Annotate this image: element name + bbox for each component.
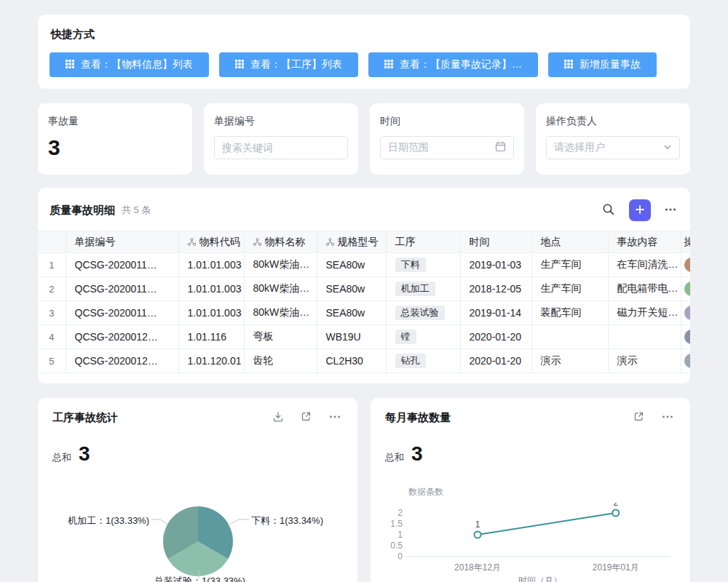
expand-button[interactable] — [632, 410, 646, 426]
date-range-input[interactable]: 日期范围 — [380, 136, 514, 159]
search-button[interactable] — [601, 202, 616, 219]
row-index: 1 — [38, 253, 66, 277]
col-header-operator[interactable]: 操作负责人 — [681, 231, 690, 253]
process-stats-card: 工序事故统计 总和 3 机加工：1(33.33%) 下料：1(33.34%) 总… — [38, 398, 357, 582]
line-chart: 00.511.5212018年12月22019年01月时间（月） — [381, 503, 682, 582]
shortcut-buttons: 查看：【物料信息】列表 查看：【工序】列表 查看：【质量事故记录】… 新增质量事… — [50, 52, 678, 77]
total-label: 总和 — [52, 451, 71, 464]
col-header-process[interactable]: 工序 — [386, 231, 460, 253]
stat-card-accident-count: 事故量 3 — [38, 103, 192, 175]
relation-icon — [253, 236, 261, 248]
date-range-placeholder: 日期范围 — [388, 141, 429, 154]
monthly-count-card: 每月事故数量 总和 3 数据条数 00.511.5212018年12月22019… — [371, 398, 690, 582]
col-header-index — [38, 231, 66, 253]
pie-label-machining: 机加工：1(33.33%) — [68, 514, 149, 527]
expand-button[interactable] — [299, 410, 313, 426]
row-index: 4 — [38, 325, 66, 349]
cell-content: 演示 — [608, 349, 681, 373]
row-index: 5 — [38, 349, 66, 373]
search-icon — [602, 203, 614, 218]
table-row[interactable]: 5 QCSG-2020012… 1.01.120.01 齿轮 CL2H30 钻孔… — [38, 349, 690, 373]
cell-operator — [681, 349, 690, 373]
cell-place: 演示 — [531, 349, 608, 373]
download-icon — [272, 411, 284, 425]
cell-place: 生产车间 — [531, 253, 608, 277]
grid-icon — [384, 59, 393, 71]
cell-material-name: 80kW柴油… — [244, 277, 317, 301]
process-tag: 下料 — [395, 258, 426, 272]
avatar — [684, 306, 691, 320]
stat-value: 3 — [48, 137, 182, 159]
more-icon — [661, 410, 674, 426]
col-header-content[interactable]: 事故内容 — [608, 231, 681, 253]
row-index: 2 — [38, 277, 66, 301]
add-record-button[interactable] — [629, 199, 651, 221]
grid-icon — [564, 59, 573, 71]
table-row[interactable]: 4 QCSG-2020012… 1.01.116 弯板 WB19U 镗 2020… — [38, 325, 690, 349]
filter-card-time: 时间 日期范围 — [370, 103, 524, 175]
table-row[interactable]: 3 QCSG-2020011… 1.01.01.003 80kW柴油… SEA8… — [38, 301, 690, 325]
cell-place: 装配车间 — [531, 301, 608, 325]
cell-content: 配电箱带电… — [608, 277, 681, 301]
cell-doc-no: QCSG-2020011… — [66, 253, 178, 277]
cell-process: 下料 — [386, 253, 460, 277]
cell-operator — [681, 301, 690, 325]
cell-operator — [681, 277, 690, 301]
more-actions-button[interactable] — [327, 409, 343, 427]
line-chart-area: 00.511.5212018年12月22019年01月时间（月） — [371, 503, 690, 582]
col-header-material-code[interactable]: 物料代码 — [178, 231, 244, 253]
cell-time: 2019-01-03 — [460, 253, 531, 277]
col-header-material-name[interactable]: 物料名称 — [244, 231, 317, 253]
operator-placeholder: 请选择用户 — [554, 141, 605, 154]
table-row[interactable]: 2 QCSG-2020011… 1.01.01.003 80kW柴油… SEA8… — [38, 277, 690, 301]
pie-label-blanking: 下料：1(33.34%) — [251, 514, 323, 527]
cell-operator — [681, 253, 690, 277]
avatar — [684, 282, 691, 296]
col-header-doc-no[interactable]: 单据编号 — [66, 231, 178, 253]
svg-text:1.5: 1.5 — [390, 519, 403, 529]
filter-label: 单据编号 — [214, 115, 348, 128]
table-row[interactable]: 1 QCSG-2020011… 1.01.01.003 80kW柴油… SEA8… — [38, 253, 690, 277]
cell-time: 2019-01-14 — [460, 301, 531, 325]
svg-text:2: 2 — [613, 503, 618, 508]
filter-card-operator: 操作负责人 请选择用户 — [536, 103, 690, 175]
relation-icon — [188, 236, 196, 248]
cell-time: 2018-12-05 — [460, 277, 531, 301]
line-chart-title: 每月事故数量 — [385, 411, 451, 425]
filter-label: 操作负责人 — [546, 115, 680, 128]
avatar — [684, 354, 691, 368]
filter-row: 事故量 3 单据编号 时间 日期范围 操作负责人 请选择用户 — [38, 103, 690, 175]
series-label: 数据条数 — [408, 486, 690, 498]
shortcuts-card: 快捷方式 查看：【物料信息】列表 查看：【工序】列表 查看：【质量事故记录】… … — [38, 15, 690, 89]
cell-material-code: 1.01.01.003 — [178, 277, 244, 301]
cell-process: 机加工 — [386, 277, 460, 301]
shortcut-view-material-list-button[interactable]: 查看：【物料信息】列表 — [50, 52, 209, 77]
cell-material-code: 1.01.01.003 — [178, 253, 244, 277]
stat-label: 事故量 — [48, 115, 182, 128]
col-header-time[interactable]: 时间 — [460, 231, 531, 253]
col-header-spec[interactable]: 规格型号 — [317, 231, 386, 253]
shortcuts-title: 快捷方式 — [51, 28, 677, 41]
shortcut-view-process-list-button[interactable]: 查看：【工序】列表 — [219, 52, 358, 77]
cell-process: 总装试验 — [386, 301, 460, 325]
cell-material-code: 1.01.116 — [178, 325, 244, 349]
doc-no-search-input[interactable] — [214, 136, 348, 159]
cell-spec: CL2H30 — [317, 349, 386, 373]
shortcut-view-quality-records-button[interactable]: 查看：【质量事故记录】… — [368, 52, 538, 77]
table-header-bar: 质量事故明细 共 5 条 — [38, 188, 690, 231]
svg-text:2019年01月: 2019年01月 — [593, 562, 639, 573]
cell-spec: SEA80w — [317, 301, 386, 325]
operator-select[interactable]: 请选择用户 — [546, 136, 680, 159]
process-tag: 总装试验 — [395, 306, 445, 320]
col-header-place[interactable]: 地点 — [531, 231, 608, 253]
cell-doc-no: QCSG-2020012… — [66, 349, 178, 373]
total-label: 总和 — [385, 451, 404, 464]
cell-material-name: 80kW柴油… — [244, 301, 317, 325]
plus-icon — [635, 204, 645, 217]
chevron-down-icon — [663, 142, 672, 154]
more-actions-button[interactable] — [660, 409, 676, 427]
download-button[interactable] — [271, 410, 285, 426]
shortcut-add-quality-accident-button[interactable]: 新增质量事故 — [548, 52, 657, 77]
more-actions-button[interactable] — [662, 202, 678, 220]
record-count: 共 5 条 — [122, 204, 151, 217]
